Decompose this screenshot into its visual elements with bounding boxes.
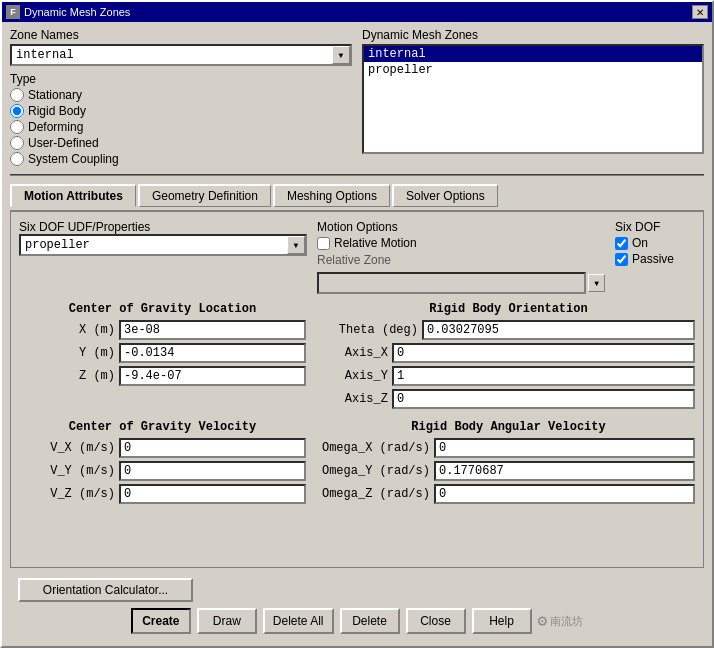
relative-zone-arrow[interactable]: ▼: [588, 274, 605, 292]
omega-z-label: Omega_Z (rad/s): [322, 487, 434, 501]
radio-deforming-input[interactable]: [10, 120, 24, 134]
radio-rigid-body-input[interactable]: [10, 104, 24, 118]
axis-z-row: Axis_Z: [322, 389, 695, 409]
tab-motion-attributes[interactable]: Motion Attributes: [10, 184, 136, 207]
dynamic-mesh-zones-listbox[interactable]: internal propeller: [362, 44, 704, 154]
vx-label: V_X (m/s): [19, 441, 119, 455]
rigid-body-orientation-section: Rigid Body Orientation Theta (deg) Axis_…: [322, 302, 695, 412]
tab-geometry-definition[interactable]: Geometry Definition: [138, 184, 271, 207]
six-dof-passive-checkbox[interactable]: [615, 253, 628, 266]
relative-zone-field[interactable]: [317, 272, 586, 294]
axis-z-input[interactable]: [392, 389, 695, 409]
relative-motion-row[interactable]: Relative Motion: [317, 236, 605, 250]
six-dof-udf-section: Six DOF UDF/Properties propeller ▼: [19, 220, 307, 262]
six-dof-on-row[interactable]: On: [615, 236, 695, 250]
close-icon[interactable]: ✕: [692, 5, 708, 19]
cog-y-input[interactable]: [119, 343, 306, 363]
omega-y-label: Omega_Y (rad/s): [322, 464, 434, 478]
cog-velocity-section: Center of Gravity Velocity V_X (m/s) V_Y…: [19, 420, 306, 507]
radio-user-defined-label: User-Defined: [28, 136, 99, 150]
tab-solver-options[interactable]: Solver Options: [392, 184, 498, 207]
right-panel: Dynamic Mesh Zones internal propeller: [362, 28, 704, 166]
axis-x-row: Axis_X: [322, 343, 695, 363]
theta-label: Theta (deg): [322, 323, 422, 337]
radio-deforming-label: Deforming: [28, 120, 83, 134]
type-section: Type Stationary Rigid Body Deforming: [10, 72, 352, 166]
axis-x-label: Axis_X: [322, 346, 392, 360]
six-dof-on-checkbox[interactable]: [615, 237, 628, 250]
cog-location-title: Center of Gravity Location: [19, 302, 306, 316]
window-icon: F: [6, 5, 20, 19]
relative-motion-checkbox[interactable]: [317, 237, 330, 250]
orientation-calculator-wrapper: Orientation Calculator...: [18, 578, 696, 602]
six-dof-on-label: On: [632, 236, 648, 250]
delete-button[interactable]: Delete: [340, 608, 400, 634]
six-dof-udf-label: Six DOF UDF/Properties: [19, 220, 307, 234]
cog-x-input[interactable]: [119, 320, 306, 340]
six-dof-udf-dropdown[interactable]: propeller: [19, 234, 307, 256]
help-button[interactable]: Help: [472, 608, 532, 634]
zone-names-dropdown-wrapper: internal ▼: [10, 44, 352, 66]
vz-row: V_Z (m/s): [19, 484, 306, 504]
radio-user-defined-input[interactable]: [10, 136, 24, 150]
vy-input[interactable]: [119, 461, 306, 481]
radio-system-coupling-label: System Coupling: [28, 152, 119, 166]
cog-x-label: X (m): [19, 323, 119, 337]
axis-z-label: Axis_Z: [322, 392, 392, 406]
motion-options-content: Relative Motion Relative Zone ▼: [317, 236, 605, 294]
cog-z-input[interactable]: [119, 366, 306, 386]
zone-names-dropdown-arrow[interactable]: ▼: [332, 46, 350, 64]
main-content: Zone Names internal ▼ Type Stationary: [2, 22, 712, 646]
cog-velocity-title: Center of Gravity Velocity: [19, 420, 306, 434]
action-buttons: Create Draw Delete All Delete Close Help…: [18, 608, 696, 634]
rigid-body-orientation-title: Rigid Body Orientation: [322, 302, 695, 316]
theta-row: Theta (deg): [322, 320, 695, 340]
radio-user-defined[interactable]: User-Defined: [10, 136, 352, 150]
radio-stationary-input[interactable]: [10, 88, 24, 102]
title-bar-left: F Dynamic Mesh Zones: [6, 5, 130, 19]
six-dof-udf-arrow[interactable]: ▼: [287, 236, 305, 254]
vz-input[interactable]: [119, 484, 306, 504]
omega-x-label: Omega_X (rad/s): [322, 441, 434, 455]
radio-deforming[interactable]: Deforming: [10, 120, 352, 134]
theta-input[interactable]: [422, 320, 695, 340]
axis-y-input[interactable]: [392, 366, 695, 386]
vz-label: V_Z (m/s): [19, 487, 119, 501]
six-dof-checks: On Passive: [615, 236, 695, 266]
zone-names-label: Zone Names: [10, 28, 352, 42]
radio-stationary[interactable]: Stationary: [10, 88, 352, 102]
listbox-item-internal[interactable]: internal: [364, 46, 702, 62]
relative-zone-dropdown: ▼: [317, 272, 605, 294]
close-button[interactable]: Close: [406, 608, 466, 634]
six-dof-udf-dropdown-wrapper: propeller ▼: [19, 234, 307, 256]
create-button[interactable]: Create: [131, 608, 191, 634]
vx-input[interactable]: [119, 438, 306, 458]
orientation-calculator-button[interactable]: Orientation Calculator...: [18, 578, 193, 602]
radio-rigid-body[interactable]: Rigid Body: [10, 104, 352, 118]
radio-system-coupling[interactable]: System Coupling: [10, 152, 352, 166]
omega-y-input[interactable]: [434, 461, 695, 481]
listbox-item-propeller[interactable]: propeller: [364, 62, 702, 78]
six-dof-section: Six DOF On Passive: [615, 220, 695, 266]
delete-all-button[interactable]: Delete All: [263, 608, 334, 634]
motion-options-label: Motion Options: [317, 220, 605, 234]
radio-system-coupling-input[interactable]: [10, 152, 24, 166]
zone-names-dropdown[interactable]: internal: [10, 44, 352, 66]
six-dof-label: Six DOF: [615, 220, 695, 234]
omega-y-row: Omega_Y (rad/s): [322, 461, 695, 481]
axis-y-label: Axis_Y: [322, 369, 392, 383]
six-dof-passive-row[interactable]: Passive: [615, 252, 695, 266]
tab-meshing-options[interactable]: Meshing Options: [273, 184, 390, 207]
axis-x-input[interactable]: [392, 343, 695, 363]
top-section: Zone Names internal ▼ Type Stationary: [10, 28, 704, 166]
vx-row: V_X (m/s): [19, 438, 306, 458]
title-bar: F Dynamic Mesh Zones ✕: [2, 2, 712, 22]
cog-location-section: Center of Gravity Location X (m) Y (m) Z…: [19, 302, 306, 412]
dynamic-mesh-zones-label: Dynamic Mesh Zones: [362, 28, 704, 42]
draw-button[interactable]: Draw: [197, 608, 257, 634]
type-label: Type: [10, 72, 352, 86]
cog-z-row: Z (m): [19, 366, 306, 386]
angular-velocity-section: Rigid Body Angular Velocity Omega_X (rad…: [322, 420, 695, 507]
omega-z-input[interactable]: [434, 484, 695, 504]
omega-x-input[interactable]: [434, 438, 695, 458]
